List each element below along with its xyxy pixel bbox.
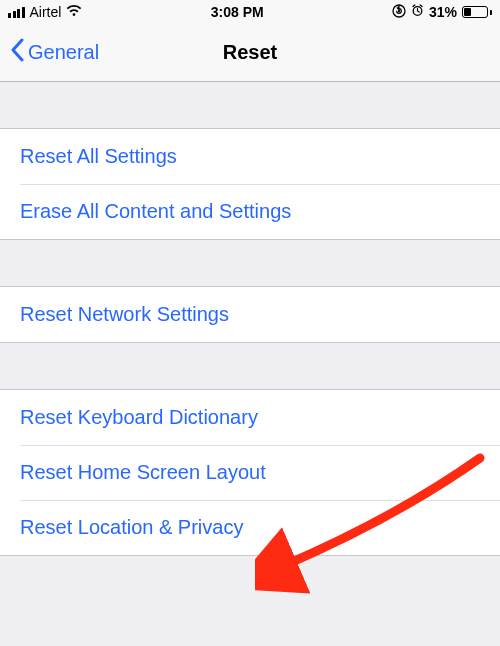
row-label: Erase All Content and Settings <box>20 200 291 222</box>
group-2: Reset Network Settings <box>0 286 500 343</box>
row-label: Reset All Settings <box>20 145 177 167</box>
status-right: 31% <box>392 4 492 21</box>
row-label: Reset Keyboard Dictionary <box>20 406 258 428</box>
battery-percent: 31% <box>429 4 457 20</box>
group-3: Reset Keyboard Dictionary Reset Home Scr… <box>0 389 500 556</box>
reset-location-privacy-row[interactable]: Reset Location & Privacy <box>0 500 500 555</box>
back-button[interactable]: General <box>10 38 99 67</box>
cellular-signal-icon <box>8 7 25 18</box>
rotation-lock-icon <box>392 4 406 21</box>
carrier-label: Airtel <box>30 4 62 20</box>
back-label: General <box>28 41 99 64</box>
svg-rect-1 <box>398 10 400 12</box>
row-label: Reset Network Settings <box>20 303 229 325</box>
reset-all-settings-row[interactable]: Reset All Settings <box>0 129 500 184</box>
group-1: Reset All Settings Erase All Content and… <box>0 128 500 240</box>
wifi-icon <box>66 5 82 20</box>
status-bar: Airtel 3:08 PM 31% <box>0 0 500 24</box>
group-gap <box>0 343 500 389</box>
row-label: Reset Home Screen Layout <box>20 461 266 483</box>
nav-bar: General Reset <box>0 24 500 82</box>
status-time: 3:08 PM <box>82 4 392 20</box>
content: Reset All Settings Erase All Content and… <box>0 82 500 646</box>
chevron-left-icon <box>10 38 24 67</box>
status-left: Airtel <box>8 4 82 20</box>
alarm-icon <box>411 4 424 20</box>
group-gap <box>0 240 500 286</box>
battery-icon <box>462 6 492 18</box>
erase-all-content-row[interactable]: Erase All Content and Settings <box>0 184 500 239</box>
reset-network-settings-row[interactable]: Reset Network Settings <box>0 287 500 342</box>
reset-home-screen-layout-row[interactable]: Reset Home Screen Layout <box>0 445 500 500</box>
row-label: Reset Location & Privacy <box>20 516 243 538</box>
below-fill <box>0 556 500 646</box>
group-gap <box>0 82 500 128</box>
reset-keyboard-dictionary-row[interactable]: Reset Keyboard Dictionary <box>0 390 500 445</box>
